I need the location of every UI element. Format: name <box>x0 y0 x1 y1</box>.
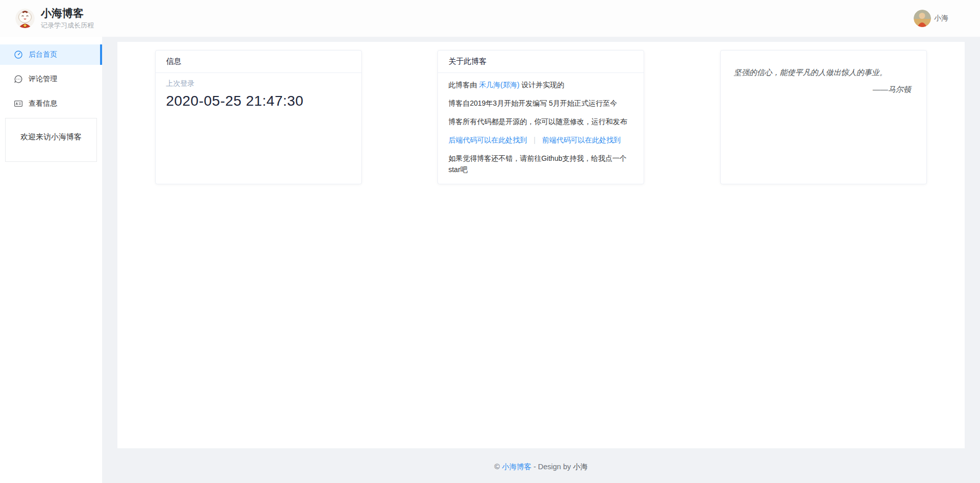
dashboard-icon <box>14 50 23 59</box>
sidebar-item-label: 查看信息 <box>29 99 57 108</box>
frontend-code-link[interactable]: 前端代码可以在此处找到 <box>542 136 621 144</box>
cards-row: 信息 上次登录 2020-05-25 21:47:30 关于此博客 此博客由 禾… <box>117 42 965 184</box>
link-separator: | <box>527 136 542 144</box>
about-line-3: 博客所有代码都是开源的，你可以随意修改，运行和发布 <box>448 116 633 127</box>
column-about: 关于此博客 此博客由 禾几海(郑海) 设计并实现的 博客自2019年3月开始开发… <box>400 50 682 184</box>
author-link[interactable]: 禾几海(郑海) <box>479 81 519 89</box>
sidebar-item-comments[interactable]: 评论管理 <box>0 69 102 89</box>
brand-block: 小海博客 记录学习成长历程 <box>41 7 94 30</box>
sidebar-item-label: 评论管理 <box>29 75 57 84</box>
quote-card-body: 坚强的信心，能使平凡的人做出惊人的事业。 ——马尔顿 <box>721 51 926 94</box>
sidebar-welcome-box: 欢迎来访小海博客 <box>5 118 97 162</box>
main-content: 信息 上次登录 2020-05-25 21:47:30 关于此博客 此博客由 禾… <box>117 42 965 448</box>
column-info: 信息 上次登录 2020-05-25 21:47:30 <box>117 50 400 184</box>
backend-code-link[interactable]: 后端代码可以在此处找到 <box>448 136 527 144</box>
about-card-title: 关于此博客 <box>438 51 644 73</box>
quote-text: 坚强的信心，能使平凡的人做出惊人的事业。 <box>734 67 913 78</box>
about-line-5: 如果觉得博客还不错，请前往Github支持我，给我点一个star吧 <box>448 153 633 175</box>
quote-card: 坚强的信心，能使平凡的人做出惊人的事业。 ——马尔顿 <box>720 50 927 184</box>
user-menu[interactable]: 小海 <box>914 10 948 27</box>
user-avatar <box>914 10 931 27</box>
sidebar-item-view-info[interactable]: 查看信息 <box>0 93 102 114</box>
footer-designer-name: 小海 <box>573 463 588 471</box>
column-quote: 坚强的信心，能使平凡的人做出惊人的事业。 ——马尔顿 <box>682 50 965 184</box>
about-line-1-suffix: 设计并实现的 <box>520 81 565 89</box>
about-line-links: 后端代码可以在此处找到|前端代码可以在此处找到 <box>448 134 633 146</box>
info-card: 信息 上次登录 2020-05-25 21:47:30 <box>155 50 362 184</box>
info-card-body: 上次登录 2020-05-25 21:47:30 <box>156 73 361 115</box>
quote-author: ——马尔顿 <box>734 85 913 94</box>
username-label: 小海 <box>934 14 948 23</box>
page-footer: © 小海博客 - Design by 小海 <box>117 462 965 472</box>
sidebar-item-label: 后台首页 <box>29 50 57 59</box>
site-title: 小海博客 <box>41 7 94 19</box>
about-line-1: 此博客由 禾几海(郑海) 设计并实现的 <box>448 79 633 90</box>
about-line-2: 博客自2019年3月开始开发编写 5月开始正式运行至今 <box>448 98 633 109</box>
last-login-time: 2020-05-25 21:47:30 <box>166 93 351 109</box>
app-header: 小海博客 记录学习成长历程 小海 <box>0 0 980 37</box>
about-card-body: 此博客由 禾几海(郑海) 设计并实现的 博客自2019年3月开始开发编写 5月开… <box>438 73 644 184</box>
sidebar-item-dashboard[interactable]: 后台首页 <box>0 44 102 65</box>
footer-middle-text: - Design by <box>531 463 573 471</box>
about-card: 关于此博客 此博客由 禾几海(郑海) 设计并实现的 博客自2019年3月开始开发… <box>437 50 644 184</box>
site-subtitle: 记录学习成长历程 <box>41 21 94 30</box>
id-card-icon <box>14 99 23 108</box>
about-line-1-prefix: 此博客由 <box>448 81 479 89</box>
comment-icon <box>14 75 23 84</box>
info-card-title: 信息 <box>156 51 361 73</box>
welcome-text: 欢迎来访小海博客 <box>20 132 82 141</box>
sidebar: 后台首页 评论管理 查看信息 欢迎来访小海博客 <box>0 37 102 483</box>
blog-logo-icon <box>15 9 35 28</box>
copyright-prefix: © <box>494 463 502 471</box>
last-login-label: 上次登录 <box>166 79 351 88</box>
footer-site-link[interactable]: 小海博客 <box>502 463 531 471</box>
